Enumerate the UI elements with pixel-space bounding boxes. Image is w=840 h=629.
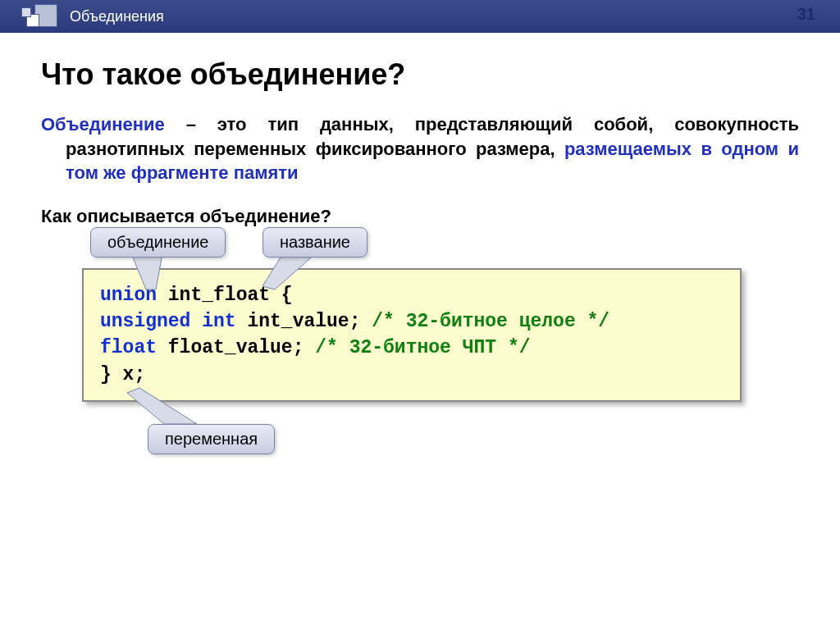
slide-content: Что такое объединение? Объединение – это… bbox=[0, 33, 840, 402]
code-line-2: unsigned int int_value; /* 32-битное цел… bbox=[100, 308, 724, 335]
subheading: Как описывается объединение? bbox=[41, 206, 799, 227]
code-line-3: float float_value; /* 32-битное ЧПТ */ bbox=[100, 335, 724, 361]
callout-union: объединение bbox=[90, 227, 226, 258]
page-number: 31 bbox=[797, 5, 815, 24]
code-diagram: объединение название union int_float { u… bbox=[82, 268, 799, 402]
definition-term: Объединение bbox=[41, 114, 165, 134]
pointer-name-icon bbox=[271, 253, 336, 294]
callout-name: название bbox=[262, 227, 368, 258]
logo-squares bbox=[16, 0, 57, 37]
pointer-variable-icon bbox=[139, 383, 213, 428]
slide-header: Объединения bbox=[0, 0, 840, 33]
header-title: Объединения bbox=[70, 8, 164, 25]
main-title: Что такое объединение? bbox=[41, 57, 799, 92]
svg-marker-2 bbox=[127, 388, 197, 424]
callout-variable: переменная bbox=[148, 424, 275, 454]
definition-paragraph: Объединение – это тип данных, представля… bbox=[66, 112, 799, 185]
svg-marker-0 bbox=[131, 253, 162, 289]
code-line-1: union int_float { bbox=[100, 282, 724, 308]
svg-marker-1 bbox=[262, 253, 316, 289]
pointer-union-icon bbox=[131, 253, 189, 294]
